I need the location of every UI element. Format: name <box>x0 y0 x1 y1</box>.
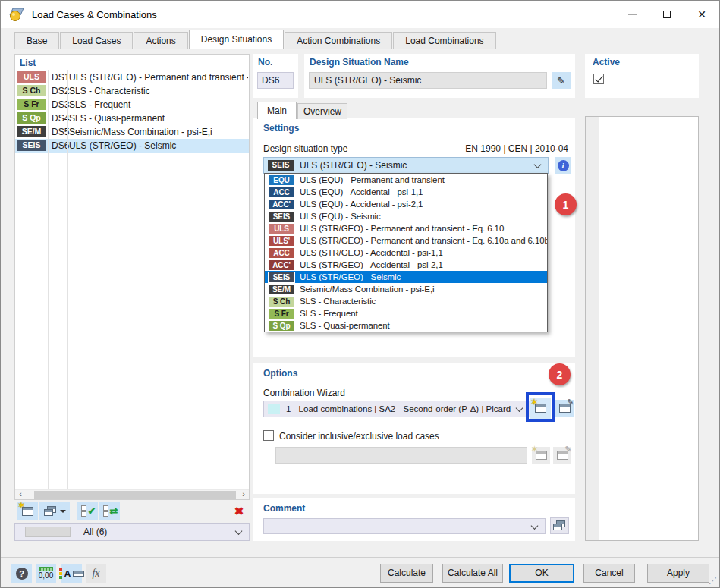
scroll-left-icon[interactable]: ‹ <box>15 490 26 499</box>
type-badge: EQU <box>269 175 294 185</box>
edit-combination-wizard-button[interactable]: ✎ <box>555 400 574 417</box>
dropdown-item[interactable]: ACCULS (STR/GEO) - Accidental - psi-1,1 <box>265 247 547 259</box>
ds-label: Seismic/Mass Combination - psi-E,i <box>69 127 248 137</box>
pencil-icon: ✎ <box>557 75 565 86</box>
tab-action-combinations[interactable]: Action Combinations <box>285 32 392 49</box>
dropdown-item[interactable]: ULSULS (STR/GEO) - Permanent and transie… <box>265 222 547 234</box>
help-button[interactable]: ? <box>11 564 32 583</box>
type-badge: ULS <box>269 224 294 234</box>
edit-window-icon: ✎ <box>559 404 571 413</box>
dropdown-item[interactable]: ACC'ULS (STR/GEO) - Accidental - psi-2,1 <box>265 259 547 271</box>
invert-selection-button[interactable]: ⇄ <box>99 502 120 520</box>
display-settings-button[interactable]: A <box>61 564 82 583</box>
dropdown-item-label: ULS (STR/GEO) - Accidental - psi-1,1 <box>300 248 443 257</box>
window-title: Load Cases & Combinations <box>32 9 157 20</box>
dropdown-item[interactable]: S ChSLS - Characteristic <box>265 295 547 307</box>
combination-wizard-label: Combination Wizard <box>263 388 345 398</box>
resize-grip[interactable]: ⋰ <box>709 576 717 586</box>
new-inclusive-exclusive-button: ✶ <box>532 447 550 464</box>
list-item[interactable]: S QpDS4SLS - Quasi-permanent <box>15 112 249 125</box>
dropdown-item[interactable]: SEISULS (STR/GEO) - Seismic <box>265 271 547 283</box>
comment-combobox[interactable] <box>263 518 546 534</box>
active-section: Active <box>585 54 699 98</box>
settings-header: Settings <box>263 123 299 134</box>
design-situation-type-combobox[interactable]: SEIS ULS (STR/GEO) - Seismic <box>263 157 549 174</box>
app-icon <box>8 6 25 23</box>
settings-section: Settings Design situation type EN 1990 |… <box>253 118 575 357</box>
tab-design-situations[interactable]: Design Situations <box>189 30 284 49</box>
dropdown-item-label: ULS (STR/GEO) - Seismic <box>300 272 401 281</box>
no-label: No. <box>258 57 272 68</box>
horizontal-scrollbar[interactable]: ‹ › <box>15 489 249 499</box>
select-all-button[interactable]: ✔ <box>77 502 98 520</box>
list-filter-combobox[interactable]: All (6) <box>14 523 250 541</box>
dropdown-item[interactable]: SEISULS (EQU) - Seismic <box>265 210 547 222</box>
tab-load-combinations[interactable]: Load Combinations <box>393 32 495 49</box>
delete-icon: ✖ <box>234 505 244 518</box>
comment-section: Comment <box>253 498 575 541</box>
list-item[interactable]: S ChDS2SLS - Characteristic <box>15 84 249 98</box>
preview-canvas <box>599 117 698 540</box>
list-item[interactable]: ULSDS1ULS (STR/GEO) - Permanent and tran… <box>15 71 249 84</box>
delete-button[interactable]: ✖ <box>231 504 247 519</box>
inclusive-exclusive-checkbox[interactable] <box>263 430 274 441</box>
ds-label: SLS - Frequent <box>69 99 248 110</box>
maximize-button[interactable] <box>649 1 684 28</box>
minimize-icon <box>628 14 637 15</box>
dropdown-item-label: ULS (EQU) - Seismic <box>300 212 381 221</box>
copy-design-situation-button[interactable] <box>39 502 70 520</box>
tab-base[interactable]: Base <box>14 32 59 49</box>
dropdown-item[interactable]: SE/MSeismic/Mass Combination - psi-E,i <box>265 283 547 295</box>
decimal-places-icon: 0,00 <box>39 571 53 580</box>
type-badge: S Ch <box>17 85 46 96</box>
design-situation-type-label: Design situation type <box>263 143 347 154</box>
info-button[interactable]: i <box>555 157 571 174</box>
scrollbar-thumb[interactable] <box>34 491 236 499</box>
ds-label: SLS - Characteristic <box>69 86 248 96</box>
edit-window-icon: ✎ <box>557 451 568 460</box>
type-badge: S Fr <box>17 99 46 110</box>
list-item[interactable]: S FrDS3SLS - Frequent <box>15 98 249 112</box>
design-situation-list: ULSDS1ULS (STR/GEO) - Permanent and tran… <box>15 71 249 153</box>
dropdown-item[interactable]: EQUULS (EQU) - Permanent and transient <box>265 174 547 186</box>
type-badge: ACC <box>269 187 294 197</box>
dropdown-item[interactable]: S QpSLS - Quasi-permanent <box>265 319 547 332</box>
dropdown-item[interactable]: S FrSLS - Frequent <box>265 307 547 319</box>
combination-wizard-combobox[interactable]: 1 - Load combinations | SA2 - Second-ord… <box>263 401 530 417</box>
formula-button[interactable]: fx <box>86 564 106 583</box>
preview-panel <box>585 116 699 541</box>
close-button[interactable]: ✕ <box>684 1 719 28</box>
calculate-button[interactable]: Calculate <box>380 564 433 583</box>
scroll-right-icon[interactable]: › <box>238 490 249 499</box>
new-design-situation-button[interactable]: ✶ <box>17 502 38 520</box>
tab-main[interactable]: Main <box>257 102 297 119</box>
inclusive-exclusive-label: Consider inclusive/exclusive load cases <box>279 431 439 442</box>
cancel-button[interactable]: Cancel <box>583 564 635 583</box>
apply-button[interactable]: Apply <box>647 564 709 583</box>
calculate-all-button[interactable]: Calculate All <box>442 564 503 583</box>
no-field[interactable]: DS6 <box>257 72 294 89</box>
dropdown-item[interactable]: ULS'ULS (STR/GEO) - Permanent and transi… <box>265 234 547 247</box>
ok-button[interactable]: OK <box>509 564 574 583</box>
tab-load-cases[interactable]: Load Cases <box>60 32 133 49</box>
options-header: Options <box>263 368 297 379</box>
dropdown-item[interactable]: ACC'ULS (EQU) - Accidental - psi-2,1 <box>265 198 547 210</box>
dropdown-arrow-icon <box>60 510 66 513</box>
decimal-places-button[interactable]: 0,00 <box>36 564 56 583</box>
dropdown-item[interactable]: ACCULS (EQU) - Accidental - psi-1,1 <box>265 186 547 198</box>
display-settings-icon: A <box>59 568 83 580</box>
dropdown-item-label: ULS (STR/GEO) - Permanent and transient … <box>300 236 547 245</box>
list-item[interactable]: SEISDS6ULS (STR/GEO) - Seismic <box>15 139 249 153</box>
copy-comment-button[interactable] <box>550 517 569 534</box>
type-badge: S Qp <box>17 112 46 124</box>
dropdown-item-label: ULS (EQU) - Accidental - psi-2,1 <box>300 200 423 209</box>
list-item[interactable]: SE/MDS5Seismic/Mass Combination - psi-E,… <box>15 125 249 139</box>
minimize-button[interactable] <box>615 1 649 28</box>
rename-button[interactable]: ✎ <box>552 72 571 89</box>
type-badge: ACC <box>269 248 294 258</box>
active-checkbox[interactable] <box>593 74 604 84</box>
tab-overview[interactable]: Overview <box>297 103 347 119</box>
type-badge: SEIS <box>269 212 294 222</box>
tab-actions[interactable]: Actions <box>134 32 187 49</box>
design-situation-name-field[interactable]: ULS (STR/GEO) - Seismic <box>309 72 547 89</box>
